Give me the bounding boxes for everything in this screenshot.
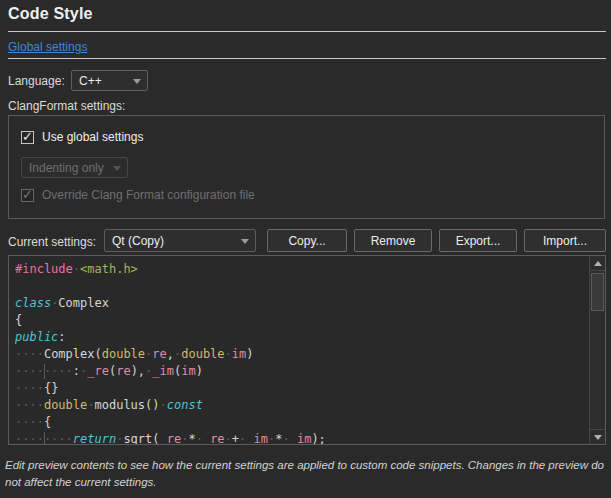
link-separator (8, 58, 606, 59)
chevron-down-icon (241, 239, 249, 244)
vertical-scrollbar[interactable] (589, 256, 605, 444)
scrollbar-thumb[interactable] (591, 273, 604, 311)
scroll-down-button[interactable] (590, 429, 605, 444)
current-settings-label: Current settings: (8, 235, 96, 249)
override-clang-format-checkbox[interactable]: ✓ Override Clang Format configuration fi… (21, 188, 255, 202)
current-settings-value: Qt (Copy) (112, 234, 164, 248)
code-content[interactable]: #include·<math.h>class·Complex{public:··… (15, 261, 588, 444)
use-global-settings-checkbox[interactable]: ✓ Use global settings (21, 130, 143, 144)
clangformat-label: ClangFormat settings: (8, 99, 125, 113)
title-separator (8, 31, 606, 32)
triangle-down-icon (594, 435, 602, 440)
triangle-up-icon (594, 261, 602, 266)
checkbox-icon: ✓ (21, 131, 34, 144)
chevron-down-icon (113, 166, 121, 171)
indenting-mode-value: Indenting only (29, 161, 104, 175)
checkbox-icon: ✓ (21, 189, 34, 202)
remove-button[interactable]: Remove (354, 229, 432, 252)
copy-button[interactable]: Copy... (267, 229, 347, 252)
indenting-mode-select[interactable]: Indenting only (21, 157, 128, 178)
export-button[interactable]: Export... (439, 229, 517, 252)
language-select[interactable]: C++ (71, 70, 148, 91)
language-select-value: C++ (79, 74, 102, 88)
code-preview-editor[interactable]: #include·<math.h>class·Complex{public:··… (8, 255, 606, 445)
global-settings-link[interactable]: Global settings (8, 40, 87, 54)
override-clang-format-label: Override Clang Format configuration file (42, 188, 255, 202)
scroll-up-button[interactable] (590, 256, 605, 271)
page-title: Code Style (8, 5, 93, 23)
current-settings-select[interactable]: Qt (Copy) (104, 229, 256, 252)
chevron-down-icon (133, 79, 141, 84)
footer-note: Edit preview contents to see how the cur… (5, 457, 607, 490)
import-button[interactable]: Import... (524, 229, 606, 252)
language-label: Language: (8, 74, 65, 88)
checkmark-icon: ✓ (22, 187, 33, 202)
use-global-settings-label: Use global settings (42, 130, 143, 144)
checkmark-icon: ✓ (22, 129, 33, 144)
